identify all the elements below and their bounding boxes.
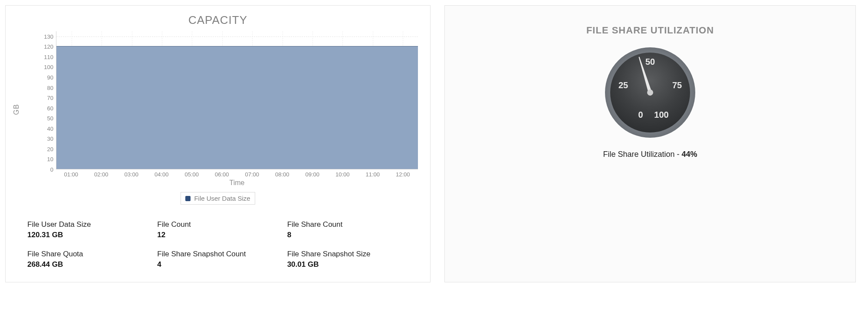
capacity-y-tick: 0 — [50, 166, 53, 173]
utilization-caption-value: 44% — [682, 150, 697, 159]
stat-file-share-snapshot-count: File Share Snapshot Count 4 — [157, 250, 278, 269]
capacity-y-tick: 10 — [47, 156, 53, 162]
stat-label: File Share Quota — [27, 250, 148, 258]
capacity-panel: CAPACITY GB 0102030405060708090100110120… — [5, 5, 431, 282]
capacity-x-tick: 07:00 — [245, 171, 259, 178]
stat-value: 268.44 GB — [27, 260, 148, 269]
capacity-stats-grid: File User Data Size 120.31 GB File Count… — [6, 205, 430, 282]
stat-label: File Count — [157, 220, 278, 229]
stat-value: 30.01 GB — [287, 260, 408, 269]
capacity-x-axis: Time 01:0002:0003:0004:0005:0006:0007:00… — [56, 169, 418, 188]
capacity-y-tick: 110 — [44, 53, 53, 60]
legend-swatch-icon — [185, 196, 191, 201]
capacity-x-tick: 01:00 — [64, 171, 78, 178]
stat-file-share-count: File Share Count 8 — [287, 220, 408, 239]
utilization-caption-prefix: File Share Utilization - — [603, 150, 681, 159]
capacity-x-axis-label: Time — [56, 179, 418, 187]
utilization-caption: File Share Utilization - 44% — [603, 150, 697, 159]
capacity-y-tick: 60 — [47, 105, 53, 111]
capacity-y-tick: 90 — [47, 74, 53, 81]
capacity-x-tick: 08:00 — [275, 171, 289, 178]
stat-file-share-quota: File Share Quota 268.44 GB — [27, 250, 148, 269]
stat-file-share-snapshot-size: File Share Snapshot Size 30.01 GB — [287, 250, 408, 269]
capacity-y-tick: 100 — [44, 64, 53, 70]
capacity-x-tick: 06:00 — [215, 171, 229, 178]
gauge-tick-50: 50 — [645, 57, 655, 66]
capacity-x-tick: 03:00 — [124, 171, 138, 178]
capacity-y-tick: 50 — [47, 115, 53, 122]
gauge-tick-25: 25 — [618, 80, 628, 90]
capacity-x-tick: 05:00 — [184, 171, 199, 178]
capacity-y-tick: 70 — [47, 95, 53, 101]
capacity-x-tick: 12:00 — [396, 171, 410, 178]
utilization-panel: FILE SHARE UTILIZATION — [444, 5, 856, 282]
capacity-y-tick: 80 — [47, 84, 53, 91]
utilization-title: FILE SHARE UTILIZATION — [445, 6, 855, 45]
capacity-y-axis: 0102030405060708090100110120130 — [36, 31, 56, 169]
stat-value: 4 — [157, 260, 278, 269]
stat-label: File Share Snapshot Count — [157, 250, 278, 258]
utilization-gauge: 50 25 75 0 100 — [602, 45, 698, 140]
capacity-title: CAPACITY — [6, 6, 430, 31]
capacity-legend-label: File User Data Size — [194, 195, 250, 202]
gauge-tick-100: 100 — [654, 110, 668, 119]
stat-label: File Share Snapshot Size — [287, 250, 408, 258]
utilization-gauge-wrap: 50 25 75 0 100 File Share Utilization - … — [445, 45, 855, 159]
stat-value: 12 — [157, 231, 278, 239]
capacity-y-tick: 130 — [44, 33, 53, 40]
capacity-x-tick: 09:00 — [305, 171, 319, 178]
stat-label: File Share Count — [287, 220, 408, 229]
stat-value: 8 — [287, 231, 408, 239]
capacity-legend: File User Data Size — [181, 192, 255, 205]
stat-file-user-data-size: File User Data Size 120.31 GB — [27, 220, 148, 239]
capacity-plot-area — [56, 31, 418, 169]
capacity-x-tick: 02:00 — [94, 171, 108, 178]
capacity-h-gridline — [56, 36, 418, 37]
capacity-y-tick: 40 — [47, 125, 53, 132]
stat-label: File User Data Size — [27, 220, 148, 229]
capacity-y-axis-label: GB — [13, 104, 20, 115]
capacity-x-tick: 10:00 — [335, 171, 350, 178]
capacity-area-fill — [56, 46, 418, 169]
gauge-tick-0: 0 — [638, 110, 643, 119]
capacity-y-tick: 120 — [44, 43, 53, 50]
stat-value: 120.31 GB — [27, 231, 148, 239]
capacity-x-tick: 04:00 — [155, 171, 169, 178]
capacity-chart: GB 0102030405060708090100110120130 Time … — [36, 31, 418, 188]
capacity-y-tick: 30 — [47, 136, 53, 142]
capacity-y-tick: 20 — [47, 146, 53, 152]
stat-file-count: File Count 12 — [157, 220, 278, 239]
gauge-tick-75: 75 — [672, 80, 682, 90]
capacity-x-tick: 11:00 — [365, 171, 380, 178]
